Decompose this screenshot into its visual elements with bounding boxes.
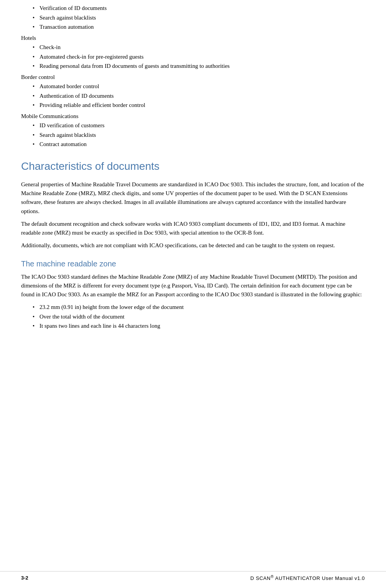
paragraph-1: General properties of Machine Readable T… <box>21 180 365 216</box>
list-item: Search against blacklists <box>33 131 365 140</box>
list-item: Automated border control <box>33 82 365 91</box>
list-item: Authentication of ID documents <box>33 92 365 100</box>
initial-bullet-list: Verification of ID documents Search agai… <box>21 4 365 31</box>
list-item: Contract automation <box>33 140 365 149</box>
list-item: It spans two lines and each line is 44 c… <box>33 322 365 330</box>
list-item: Automated check-in for pre-registered gu… <box>33 53 365 61</box>
list-item: Transaction automation <box>33 23 365 31</box>
footer-rest: AUTHENTICATOR User Manual v1.0 <box>274 575 365 581</box>
page-footer: 3-2 D SCAN® AUTHENTICATOR User Manual v1… <box>0 571 386 581</box>
page-container: Verification of ID documents Search agai… <box>0 0 386 588</box>
list-item: Verification of ID documents <box>33 4 365 13</box>
footer-registered-mark: ® <box>271 575 274 579</box>
paragraph-3: Additionally, documents, which are not c… <box>21 241 365 250</box>
border-control-header: Border control <box>21 73 365 82</box>
mobile-communications-header: Mobile Communications <box>21 112 365 121</box>
list-item: Search against blacklists <box>33 13 365 22</box>
list-item: Providing reliable and efficient border … <box>33 101 365 110</box>
machine-readable-heading: The machine readable zone <box>21 259 365 269</box>
mrz-bullet-list: 23.2 mm (0.91 in) height from the lower … <box>21 303 365 330</box>
characteristics-heading: Characteristics of documents <box>21 159 365 173</box>
footer-page-number: 3-2 <box>21 575 28 581</box>
hotels-bullet-list: Check-in Automated check-in for pre-regi… <box>21 43 365 71</box>
content-area: Verification of ID documents Search agai… <box>0 0 386 362</box>
paragraph-2: The default document recognition and che… <box>21 220 365 238</box>
footer-brand: D SCAN <box>250 575 271 581</box>
list-item: Reading personal data from ID documents … <box>33 62 365 71</box>
hotels-header: Hotels <box>21 34 365 43</box>
list-item: 23.2 mm (0.91 in) height from the lower … <box>33 303 365 312</box>
border-control-bullet-list: Automated border control Authentication … <box>21 82 365 110</box>
paragraph-4: The ICAO Doc 9303 standard defines the M… <box>21 273 365 299</box>
list-item: Over the total width of the document <box>33 312 365 321</box>
list-item: Check-in <box>33 43 365 52</box>
mobile-communications-bullet-list: ID verification of customers Search agai… <box>21 121 365 149</box>
list-item: ID verification of customers <box>33 121 365 130</box>
footer-document-title: D SCAN® AUTHENTICATOR User Manual v1.0 <box>250 575 365 581</box>
